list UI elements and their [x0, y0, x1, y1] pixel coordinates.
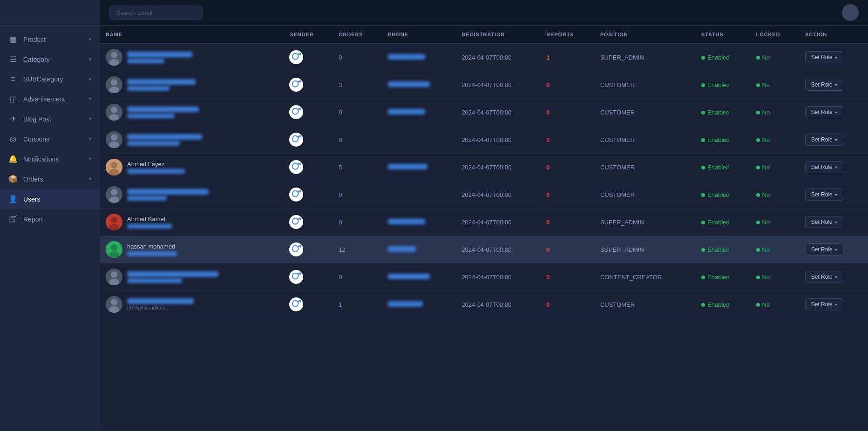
action-cell[interactable]: Set Role ▾ [800, 99, 868, 126]
col-name: NAME [100, 26, 284, 44]
registration-cell: 2024-04-07T00:00 [456, 99, 541, 126]
reports-cell: 0 [541, 99, 595, 126]
phone-blurred [388, 54, 425, 60]
action-cell[interactable]: Set Role ▾ [800, 209, 868, 236]
set-role-button[interactable]: Set Role ▾ [805, 298, 843, 310]
phone-blurred [388, 164, 427, 169]
locked-cell: No [751, 44, 800, 71]
sidebar-item-users[interactable]: 👤 Users [0, 189, 100, 209]
set-role-button[interactable]: Set Role ▾ [805, 271, 843, 283]
status-badge: Enabled [701, 219, 730, 226]
action-cell[interactable]: Set Role ▾ [800, 126, 868, 154]
action-cell[interactable]: Set Role ▾ [800, 181, 868, 209]
phone-blurred [388, 81, 430, 87]
action-cell[interactable]: Set Role ▾ [800, 44, 868, 71]
chevron-down-icon: ▾ [835, 220, 837, 225]
advertisement-icon: ◫ [8, 94, 18, 103]
svg-point-22 [111, 134, 117, 141]
user-name-blurred [127, 52, 192, 57]
status-cell: Enabled [696, 291, 751, 318]
sidebar-item-category[interactable]: ☰ Category ▾ [0, 49, 100, 69]
locked-badge: No [756, 109, 770, 116]
locked-cell: No [751, 291, 800, 318]
user-info: Ahmed Kamel [127, 216, 172, 229]
set-role-button[interactable]: Set Role ▾ [805, 106, 843, 118]
locked-dot [756, 138, 760, 142]
user-cell [100, 126, 284, 154]
chevron-down-icon: ▾ [835, 137, 837, 142]
position-cell: SUPER_ADMIN [595, 236, 696, 263]
action-cell[interactable]: Set Role ▾ [800, 236, 868, 263]
locked-cell: No [751, 126, 800, 154]
locked-dot [756, 303, 760, 307]
locked-badge: No [756, 81, 770, 88]
sidebar-item-report[interactable]: 🛒 Report [0, 209, 100, 229]
reports-cell: 0 [541, 291, 595, 318]
sidebar-item-coupons[interactable]: ◎ Coupons ▾ [0, 129, 100, 149]
set-role-button[interactable]: Set Role ▾ [805, 51, 843, 63]
orders-cell: 0 [333, 181, 382, 209]
action-cell[interactable]: Set Role ▾ [800, 71, 868, 99]
col-registration: REGISTRATION [456, 26, 541, 44]
sidebar-item-blogpost[interactable]: ✈ Blog Post ▾ [0, 109, 100, 129]
locked-dot [756, 276, 760, 279]
user-email-blurred [127, 141, 180, 146]
sidebar-item-product[interactable]: ▦ Product ▾ [0, 29, 100, 49]
set-role-button[interactable]: Set Role ▾ [805, 79, 843, 91]
user-email-blurred [127, 224, 172, 229]
svg-point-64 [111, 299, 117, 305]
svg-point-59 [292, 273, 298, 279]
table-row: Ahmed Kamel 0 2024-04-07T00:00 0 SUPER_A… [100, 209, 868, 236]
user-name-blurred [127, 298, 194, 304]
action-cell[interactable]: Set Role ▾ [800, 154, 868, 181]
chevron-icon-coupons: ▾ [89, 136, 92, 142]
registration-cell: 2024-04-07T00:00 [456, 236, 541, 263]
set-role-button[interactable]: Set Role ▾ [805, 243, 843, 256]
reports-cell: 0 [541, 209, 595, 236]
phone-cell [382, 263, 456, 291]
avatar [106, 214, 122, 230]
user-name: hassan mohamed [127, 243, 177, 250]
set-role-button[interactable]: Set Role ▾ [805, 189, 843, 201]
set-role-button[interactable]: Set Role ▾ [805, 134, 843, 146]
set-role-button[interactable]: Set Role ▾ [805, 161, 843, 173]
svg-point-24 [292, 136, 298, 142]
sidebar-label-product: Product [23, 36, 89, 43]
user-cell: Ahmed Fayez [100, 154, 284, 181]
status-badge: Enabled [701, 301, 730, 308]
sidebar-item-subcategory[interactable]: ≡ SUBCategory ▾ [0, 69, 100, 89]
orders-cell: 5 [333, 154, 382, 181]
svg-point-1 [111, 52, 117, 58]
user-cell [100, 99, 284, 126]
set-role-label: Set Role [811, 164, 833, 170]
user-info [127, 271, 218, 283]
notifications-icon: 🔔 [8, 155, 18, 163]
locked-badge: No [756, 246, 770, 253]
table-row: 0 2024-04-07T00:00 0 CUSTOMER Enabled No… [100, 181, 868, 209]
user-info [127, 189, 209, 201]
reports-cell: 0 [541, 154, 595, 181]
reports-cell: 0 [541, 236, 595, 263]
gender-icon [289, 297, 303, 311]
sidebar-item-advertisement[interactable]: ◫ Advertisement ▾ [0, 89, 100, 109]
phone-cell [382, 99, 456, 126]
status-dot [701, 221, 705, 224]
locked-badge: No [756, 136, 770, 143]
svg-point-31 [292, 163, 298, 169]
registration-cell: 2024-04-07T00:00 [456, 71, 541, 99]
phone-cell [382, 154, 456, 181]
table-row: 0 2024-04-07T00:00 0 CUSTOMER Enabled No… [100, 99, 868, 126]
status-cell: Enabled [696, 126, 751, 154]
svg-point-50 [111, 244, 117, 251]
sidebar-item-orders[interactable]: 📦 Orders ▾ [0, 169, 100, 189]
sidebar-item-notifications[interactable]: 🔔 Notifications ▾ [0, 149, 100, 169]
status-badge: Enabled [701, 54, 730, 61]
status-badge: Enabled [701, 164, 730, 171]
locked-badge: No [756, 301, 770, 308]
set-role-button[interactable]: Set Role ▾ [805, 216, 843, 228]
action-cell[interactable]: Set Role ▾ [800, 291, 868, 318]
phone-cell [382, 181, 456, 209]
action-cell[interactable]: Set Role ▾ [800, 263, 868, 291]
search-email-input[interactable] [109, 6, 203, 20]
status-cell: Enabled [696, 236, 751, 263]
